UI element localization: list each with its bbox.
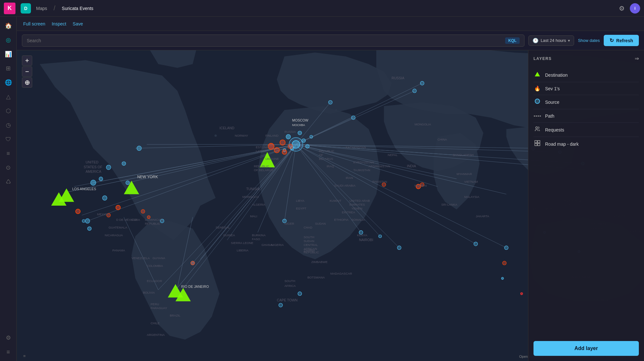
map-area[interactable]: NEW YORK LOS ANGELES RIO DE JANEIRO MOSC… xyxy=(17,50,644,361)
svg-point-82 xyxy=(141,210,145,213)
kql-badge[interactable]: KQL xyxy=(505,37,520,44)
sidebar-icon-graph[interactable]: ⬡ xyxy=(2,104,15,117)
save-button[interactable]: Save xyxy=(73,21,83,26)
svg-text:INDIA: INDIA xyxy=(407,164,416,168)
chevron-down-icon: ▾ xyxy=(568,38,570,43)
sidebar-icon-home[interactable]: 🏠 xyxy=(2,19,15,32)
svg-point-201 xyxy=(215,134,217,137)
time-selector[interactable]: 🕐 Last 24 hours ▾ xyxy=(528,35,574,46)
svg-text:REPUBLIC: REPUBLIC xyxy=(254,164,269,168)
svg-marker-207 xyxy=(535,72,540,76)
layer-item-source[interactable]: Source xyxy=(533,95,639,109)
svg-text:LIBERIA: LIBERIA xyxy=(237,249,249,252)
svg-text:SOUTH: SOUTH xyxy=(303,235,314,239)
svg-text:NIGER: NIGER xyxy=(284,222,294,225)
svg-point-202 xyxy=(335,109,337,111)
svg-point-63 xyxy=(420,81,424,85)
bottom-expand-bar[interactable]: ≡ xyxy=(17,351,31,361)
gear-icon[interactable]: ⚙ xyxy=(619,5,625,12)
svg-text:NEW YORK: NEW YORK xyxy=(137,175,158,179)
map-controls: + − ⊕ xyxy=(22,55,32,88)
add-layer-button[interactable]: Add layer xyxy=(533,341,639,356)
svg-point-80 xyxy=(116,205,120,210)
svg-text:SAUDI ARABIA: SAUDI ARABIA xyxy=(334,184,356,187)
refresh-button[interactable]: ↻ Refresh xyxy=(604,35,639,46)
sidebar-icon-dashboard[interactable]: ⊞ xyxy=(2,62,15,75)
svg-text:UNITED: UNITED xyxy=(86,160,99,164)
searchbar: KQL 🕐 Last 24 hours ▾ Show dates ↻ Refre… xyxy=(17,31,644,50)
svg-point-204 xyxy=(501,277,504,279)
svg-text:NORWAY: NORWAY xyxy=(235,134,248,137)
svg-text:EGYPT: EGYPT xyxy=(296,207,306,210)
circle-icon xyxy=(533,98,541,106)
svg-text:AFRICAN: AFRICAN xyxy=(303,247,317,250)
sidebar-icon-uptime[interactable]: ♺ xyxy=(2,175,15,188)
sidebar-icon-infra[interactable]: ⊙ xyxy=(2,161,15,174)
fullscreen-button[interactable]: Full screen xyxy=(23,21,45,26)
panel-header: LAYERS ⇒ xyxy=(533,55,639,62)
layer-item-roadmap[interactable]: Road map - dark xyxy=(533,137,639,151)
refresh-label: Refresh xyxy=(616,38,633,43)
svg-text:FINLAND: FINLAND xyxy=(265,134,279,137)
expand-icon: ≡ xyxy=(23,354,26,358)
sidebar-icon-maps[interactable]: 🌐 xyxy=(2,76,15,89)
svg-rect-211 xyxy=(535,141,537,143)
crosshair-button[interactable]: ⊕ xyxy=(22,77,32,88)
svg-text:MOSCOW: MOSCOW xyxy=(292,118,309,122)
sidebar-icon-expand[interactable]: ≡ xyxy=(2,346,15,358)
svg-text:CENTRAL: CENTRAL xyxy=(303,243,318,247)
svg-point-61 xyxy=(351,116,355,120)
svg-text:STATES OF: STATES OF xyxy=(84,165,102,169)
layer-item-requests[interactable]: Requests xyxy=(533,123,639,137)
svg-text:JAKARTA: JAKARTA xyxy=(476,214,489,218)
svg-text:MYANMAR: MYANMAR xyxy=(457,172,472,176)
nav-maps[interactable]: Maps xyxy=(36,6,47,11)
inspect-button[interactable]: Inspect xyxy=(52,21,66,26)
sidebar-icon-settings[interactable]: ⚙ xyxy=(2,331,15,344)
svg-point-203 xyxy=(521,292,523,295)
layer-label-roadmap: Road map - dark xyxy=(545,141,579,147)
sidebar-icon-visualize[interactable]: 📊 xyxy=(2,48,15,61)
svg-text:BRAZIL: BRAZIL xyxy=(170,314,180,317)
svg-text:NEPAL: NEPAL xyxy=(388,153,398,157)
svg-point-48 xyxy=(82,220,85,222)
svg-text:ZIMBABWE: ZIMBABWE xyxy=(311,260,328,264)
svg-text:FASO: FASO xyxy=(252,237,260,241)
svg-text:ERITREA: ERITREA xyxy=(342,210,355,214)
svg-text:EMIRATES: EMIRATES xyxy=(350,203,365,206)
layers-panel: LAYERS ⇒ Destination 🔥 Sev 1's xyxy=(528,50,644,361)
svg-text:MALI: MALI xyxy=(250,214,257,218)
show-dates-button[interactable]: Show dates xyxy=(578,38,600,43)
layer-item-path[interactable]: Path xyxy=(533,109,639,123)
layer-label-source: Source xyxy=(545,100,559,105)
avatar[interactable]: i xyxy=(630,3,640,14)
svg-text:BELARUS: BELARUS xyxy=(319,157,333,161)
svg-text:CHILE: CHILE xyxy=(151,321,160,325)
svg-text:ICELAND: ICELAND xyxy=(219,126,235,130)
search-input[interactable] xyxy=(27,38,505,43)
svg-text:ARGENTINA: ARGENTINA xyxy=(147,333,165,337)
svg-point-43 xyxy=(137,146,141,151)
svg-text:TUNISIA: TUNISIA xyxy=(246,187,260,191)
svg-text:LOS ANGELES: LOS ANGELES xyxy=(72,187,96,191)
zoom-in-button[interactable]: + xyxy=(22,55,32,66)
sidebar-icon-discover[interactable]: ◎ xyxy=(2,34,15,46)
sidebar-icon-ml[interactable]: △ xyxy=(2,90,15,103)
layer-item-sev1s[interactable]: 🔥 Sev 1's xyxy=(533,82,639,95)
svg-text:SENEGAL: SENEGAL xyxy=(216,226,230,229)
svg-text:REPUBLIC: REPUBLIC xyxy=(319,149,334,153)
svg-text:ECUADOR: ECUADOR xyxy=(147,279,162,283)
panel-title: LAYERS xyxy=(533,56,552,61)
search-input-wrap[interactable]: KQL xyxy=(22,34,524,47)
svg-point-60 xyxy=(329,101,332,104)
layer-item-destination[interactable]: Destination xyxy=(533,68,639,82)
nav-suricata[interactable]: Suricata Events xyxy=(62,6,93,11)
sidebar-icon-siem[interactable]: 🛡 xyxy=(2,133,15,146)
sidebar-icon-logs[interactable]: ≡ xyxy=(2,147,15,160)
panel-expand-icon[interactable]: ⇒ xyxy=(635,55,639,62)
sidebar-icon-apm[interactable]: ◷ xyxy=(2,119,15,132)
svg-text:NIGERIA: NIGERIA xyxy=(271,243,284,247)
zoom-out-button[interactable]: − xyxy=(22,66,32,77)
main-layout: 🏠 ◎ 📊 ⊞ 🌐 △ ⬡ ◷ 🛡 ≡ ⊙ ♺ ⚙ ≡ Full screen … xyxy=(0,17,644,361)
svg-text:AFRICA: AFRICA xyxy=(284,284,296,288)
